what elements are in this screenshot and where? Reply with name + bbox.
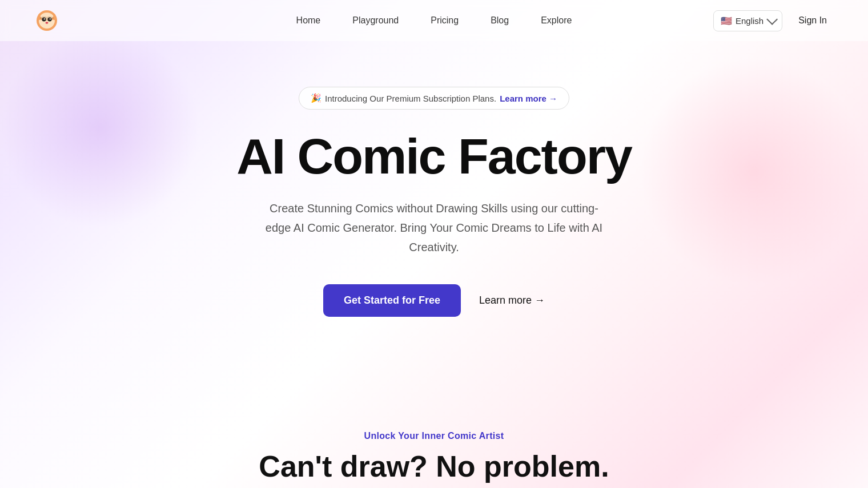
flag-icon: 🇺🇸 (721, 15, 732, 26)
learn-more-link[interactable]: Learn more → (479, 295, 545, 306)
navbar: Home Playground Pricing Blog Explore 🇺🇸 … (0, 0, 868, 41)
svg-point-8 (46, 22, 49, 24)
section-title: Can't draw? No problem. (259, 450, 609, 483)
announcement-text: Introducing Our Premium Subscription Pla… (325, 94, 496, 103)
language-label: English (736, 16, 763, 26)
nav-right: 🇺🇸 English Sign In (713, 10, 834, 31)
sign-in-button[interactable]: Sign In (791, 11, 834, 30)
nav-item-explore[interactable]: Explore (525, 11, 588, 30)
hero-section: 🎉 Introducing Our Premium Subscription P… (0, 41, 868, 317)
hero-title: AI Comic Factory (236, 130, 632, 183)
get-started-button[interactable]: Get Started for Free (323, 284, 461, 317)
hero-subtitle: Create Stunning Comics without Drawing S… (257, 199, 611, 257)
announcement-emoji: 🎉 (311, 93, 322, 103)
nav-item-home[interactable]: Home (280, 11, 337, 30)
lower-section: Unlock Your Inner Comic Artist Can't dra… (0, 431, 868, 488)
language-selector[interactable]: 🇺🇸 English (713, 10, 782, 31)
announcement-cta[interactable]: Learn more → (500, 94, 557, 103)
nav-item-blog[interactable]: Blog (475, 11, 525, 30)
announcement-banner[interactable]: 🎉 Introducing Our Premium Subscription P… (299, 87, 569, 110)
hero-buttons: Get Started for Free Learn more → (323, 284, 545, 317)
nav-logo-area (34, 8, 59, 33)
nav-item-playground[interactable]: Playground (336, 11, 415, 30)
section-tag: Unlock Your Inner Comic Artist (364, 431, 504, 441)
nav-item-pricing[interactable]: Pricing (415, 11, 475, 30)
nav-links: Home Playground Pricing Blog Explore (280, 11, 588, 30)
chevron-down-icon (766, 14, 778, 25)
logo[interactable] (34, 8, 59, 33)
